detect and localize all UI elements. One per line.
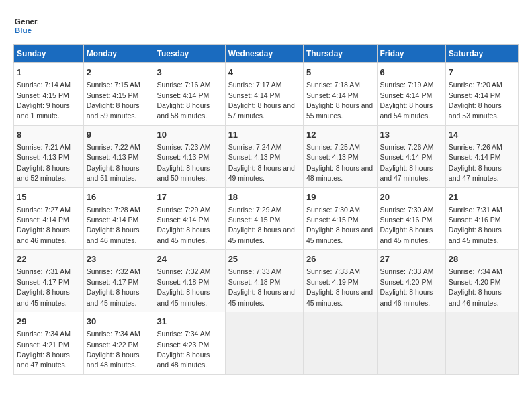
- calendar-cell: 28 Sunrise: 7:34 AM Sunset: 4:20 PM Dayl…: [445, 250, 518, 312]
- day-number: 31: [157, 316, 222, 328]
- sunrise-text: Sunrise: 7:15 AM: [87, 81, 140, 89]
- calendar-cell: 27 Sunrise: 7:33 AM Sunset: 4:20 PM Dayl…: [377, 250, 445, 312]
- calendar-cell: 12 Sunrise: 7:25 AM Sunset: 4:13 PM Dayl…: [303, 125, 377, 187]
- logo-icon: General Blue: [13, 13, 38, 38]
- daylight-text: Daylight: 8 hours and 45 minutes.: [306, 226, 373, 244]
- daylight-text: Daylight: 8 hours and 46 minutes.: [17, 226, 70, 244]
- daylight-text: Daylight: 8 hours and 55 minutes.: [306, 101, 373, 120]
- daylight-text: Daylight: 8 hours and 47 minutes.: [449, 164, 502, 182]
- day-number: 4: [228, 66, 300, 79]
- calendar-cell: 23 Sunrise: 7:32 AM Sunset: 4:17 PM Dayl…: [83, 250, 154, 312]
- sunset-text: Sunset: 4:14 PM: [380, 91, 433, 99]
- sunset-text: Sunset: 4:14 PM: [449, 153, 501, 161]
- header-day-monday: Monday: [83, 45, 154, 63]
- sunset-text: Sunset: 4:19 PM: [306, 278, 359, 286]
- daylight-text: Daylight: 8 hours and 46 minutes.: [87, 226, 140, 244]
- day-number: 29: [17, 316, 81, 328]
- daylight-text: Daylight: 8 hours and 45 minutes.: [157, 226, 210, 244]
- calendar-cell: [225, 312, 303, 375]
- day-number: 30: [87, 316, 151, 328]
- calendar-cell: 24 Sunrise: 7:32 AM Sunset: 4:18 PM Dayl…: [154, 250, 225, 312]
- calendar-cell: 18 Sunrise: 7:29 AM Sunset: 4:15 PM Dayl…: [225, 187, 303, 250]
- daylight-text: Daylight: 8 hours and 45 minutes.: [87, 288, 140, 306]
- day-number: 11: [228, 129, 300, 141]
- day-number: 28: [449, 253, 515, 265]
- calendar-cell: [303, 312, 377, 375]
- daylight-text: Daylight: 8 hours and 45 minutes.: [380, 226, 433, 244]
- daylight-text: Daylight: 8 hours and 49 minutes.: [228, 164, 295, 182]
- week-row-5: 29 Sunrise: 7:34 AM Sunset: 4:21 PM Dayl…: [14, 312, 519, 375]
- day-number: 9: [87, 129, 151, 141]
- daylight-text: Daylight: 8 hours and 46 minutes.: [449, 288, 502, 306]
- sunset-text: Sunset: 4:18 PM: [157, 278, 210, 286]
- header-row: SundayMondayTuesdayWednesdayThursdayFrid…: [14, 45, 519, 63]
- day-number: 12: [306, 129, 374, 141]
- calendar-cell: 30 Sunrise: 7:34 AM Sunset: 4:22 PM Dayl…: [83, 312, 154, 375]
- calendar-cell: 1 Sunrise: 7:14 AM Sunset: 4:15 PM Dayli…: [14, 63, 84, 126]
- header-day-saturday: Saturday: [445, 45, 518, 63]
- sunset-text: Sunset: 4:14 PM: [17, 216, 69, 224]
- sunrise-text: Sunrise: 7:34 AM: [17, 330, 71, 338]
- daylight-text: Daylight: 8 hours and 54 minutes.: [380, 101, 433, 120]
- sunrise-text: Sunrise: 7:30 AM: [380, 205, 434, 214]
- daylight-text: Daylight: 8 hours and 58 minutes.: [157, 101, 210, 120]
- sunset-text: Sunset: 4:13 PM: [87, 153, 139, 161]
- sunrise-text: Sunrise: 7:31 AM: [17, 267, 71, 275]
- sunset-text: Sunset: 4:15 PM: [87, 91, 139, 99]
- day-number: 10: [157, 129, 222, 141]
- calendar-cell: 15 Sunrise: 7:27 AM Sunset: 4:14 PM Dayl…: [14, 187, 84, 250]
- sunset-text: Sunset: 4:14 PM: [87, 216, 139, 224]
- day-number: 8: [17, 129, 81, 141]
- day-number: 18: [228, 191, 300, 203]
- header-day-thursday: Thursday: [303, 45, 377, 63]
- sunrise-text: Sunrise: 7:21 AM: [17, 143, 71, 151]
- page-header: General Blue: [13, 13, 519, 38]
- svg-text:Blue: Blue: [15, 26, 32, 34]
- sunset-text: Sunset: 4:20 PM: [380, 278, 433, 286]
- sunset-text: Sunset: 4:14 PM: [306, 91, 359, 99]
- daylight-text: Daylight: 8 hours and 47 minutes.: [17, 351, 70, 369]
- daylight-text: Daylight: 8 hours and 57 minutes.: [228, 101, 295, 120]
- day-number: 27: [380, 253, 443, 265]
- daylight-text: Daylight: 8 hours and 51 minutes.: [87, 164, 140, 182]
- sunset-text: Sunset: 4:17 PM: [17, 278, 69, 286]
- sunrise-text: Sunrise: 7:20 AM: [449, 81, 502, 89]
- calendar-cell: 5 Sunrise: 7:18 AM Sunset: 4:14 PM Dayli…: [303, 63, 377, 126]
- calendar-cell: [377, 312, 445, 375]
- sunset-text: Sunset: 4:14 PM: [228, 91, 281, 99]
- sunset-text: Sunset: 4:13 PM: [17, 153, 69, 161]
- daylight-text: Daylight: 8 hours and 59 minutes.: [87, 101, 140, 120]
- day-number: 3: [157, 66, 222, 79]
- day-number: 6: [380, 66, 443, 79]
- sunrise-text: Sunrise: 7:32 AM: [157, 267, 211, 275]
- sunset-text: Sunset: 4:20 PM: [449, 278, 501, 286]
- sunset-text: Sunset: 4:16 PM: [380, 216, 433, 224]
- calendar-cell: 22 Sunrise: 7:31 AM Sunset: 4:17 PM Dayl…: [14, 250, 84, 312]
- sunset-text: Sunset: 4:21 PM: [17, 340, 69, 349]
- sunrise-text: Sunrise: 7:18 AM: [306, 81, 360, 89]
- daylight-text: Daylight: 8 hours and 52 minutes.: [17, 164, 70, 182]
- sunrise-text: Sunrise: 7:19 AM: [380, 81, 434, 89]
- header-day-tuesday: Tuesday: [154, 45, 225, 63]
- sunrise-text: Sunrise: 7:29 AM: [228, 205, 282, 214]
- daylight-text: Daylight: 8 hours and 45 minutes.: [306, 288, 373, 306]
- day-number: 15: [17, 191, 81, 203]
- sunset-text: Sunset: 4:13 PM: [157, 153, 210, 161]
- calendar-cell: 16 Sunrise: 7:28 AM Sunset: 4:14 PM Dayl…: [83, 187, 154, 250]
- sunrise-text: Sunrise: 7:28 AM: [87, 205, 140, 214]
- calendar-cell: 2 Sunrise: 7:15 AM Sunset: 4:15 PM Dayli…: [83, 63, 154, 126]
- calendar-cell: 8 Sunrise: 7:21 AM Sunset: 4:13 PM Dayli…: [14, 125, 84, 187]
- sunrise-text: Sunrise: 7:23 AM: [157, 143, 211, 151]
- sunrise-text: Sunrise: 7:32 AM: [87, 267, 140, 275]
- sunrise-text: Sunrise: 7:33 AM: [228, 267, 282, 275]
- calendar-cell: 7 Sunrise: 7:20 AM Sunset: 4:14 PM Dayli…: [445, 63, 518, 126]
- calendar-cell: 3 Sunrise: 7:16 AM Sunset: 4:14 PM Dayli…: [154, 63, 225, 126]
- day-number: 5: [306, 66, 374, 79]
- sunrise-text: Sunrise: 7:26 AM: [380, 143, 434, 151]
- day-number: 2: [87, 66, 151, 79]
- calendar-cell: 6 Sunrise: 7:19 AM Sunset: 4:14 PM Dayli…: [377, 63, 445, 126]
- week-row-2: 8 Sunrise: 7:21 AM Sunset: 4:13 PM Dayli…: [14, 125, 519, 187]
- calendar-cell: 19 Sunrise: 7:30 AM Sunset: 4:15 PM Dayl…: [303, 187, 377, 250]
- sunrise-text: Sunrise: 7:34 AM: [87, 330, 140, 338]
- day-number: 7: [449, 66, 515, 79]
